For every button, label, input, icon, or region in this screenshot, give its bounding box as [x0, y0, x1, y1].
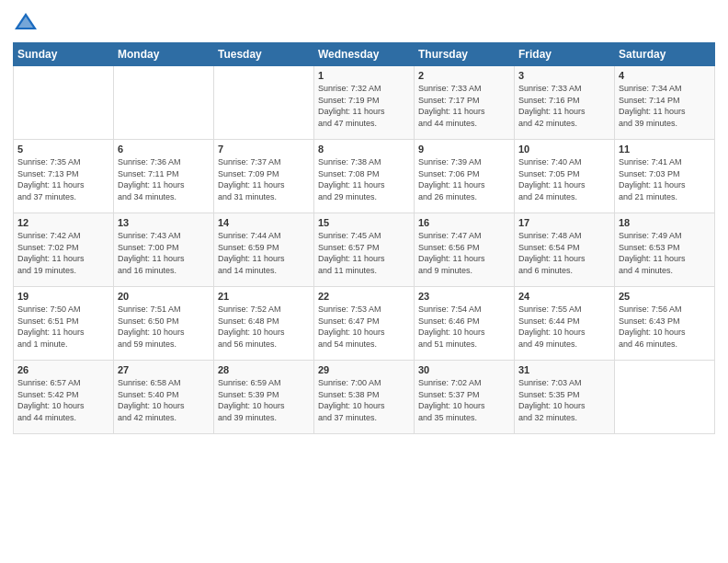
day-info: Sunrise: 7:36 AM Sunset: 7:11 PM Dayligh… [118, 156, 210, 202]
day-number: 26 [17, 364, 109, 375]
day-cell: 9Sunrise: 7:39 AM Sunset: 7:06 PM Daylig… [415, 140, 515, 213]
day-number: 10 [518, 144, 610, 155]
day-info: Sunrise: 7:43 AM Sunset: 7:00 PM Dayligh… [118, 230, 210, 276]
day-cell: 18Sunrise: 7:49 AM Sunset: 6:53 PM Dayli… [615, 213, 715, 287]
day-cell: 27Sunrise: 6:58 AM Sunset: 5:40 PM Dayli… [114, 361, 214, 434]
day-info: Sunrise: 7:54 AM Sunset: 6:46 PM Dayligh… [418, 304, 510, 350]
day-number: 3 [518, 70, 610, 81]
day-cell: 17Sunrise: 7:48 AM Sunset: 6:54 PM Dayli… [515, 213, 615, 287]
day-number: 20 [118, 291, 210, 302]
day-cell: 23Sunrise: 7:54 AM Sunset: 6:46 PM Dayli… [415, 287, 515, 361]
day-cell: 21Sunrise: 7:52 AM Sunset: 6:48 PM Dayli… [214, 287, 314, 361]
day-info: Sunrise: 7:38 AM Sunset: 7:08 PM Dayligh… [318, 156, 410, 202]
day-info: Sunrise: 7:00 AM Sunset: 5:38 PM Dayligh… [318, 377, 410, 423]
weekday-wednesday: Wednesday [314, 43, 415, 66]
week-row-4: 26Sunrise: 6:57 AM Sunset: 5:42 PM Dayli… [14, 361, 715, 434]
day-number: 30 [418, 364, 510, 375]
day-cell: 28Sunrise: 6:59 AM Sunset: 5:39 PM Dayli… [214, 361, 314, 434]
day-info: Sunrise: 7:49 AM Sunset: 6:53 PM Dayligh… [619, 230, 711, 276]
day-number: 27 [118, 364, 210, 375]
day-number: 5 [17, 144, 109, 155]
week-row-1: 5Sunrise: 7:35 AM Sunset: 7:13 PM Daylig… [14, 140, 715, 213]
day-cell: 2Sunrise: 7:33 AM Sunset: 7:17 PM Daylig… [415, 66, 515, 140]
weekday-friday: Friday [515, 43, 615, 66]
day-info: Sunrise: 7:33 AM Sunset: 7:17 PM Dayligh… [418, 83, 510, 129]
day-number: 21 [218, 291, 310, 302]
day-cell: 10Sunrise: 7:40 AM Sunset: 7:05 PM Dayli… [515, 140, 615, 213]
day-cell: 24Sunrise: 7:55 AM Sunset: 6:44 PM Dayli… [515, 287, 615, 361]
day-cell: 6Sunrise: 7:36 AM Sunset: 7:11 PM Daylig… [114, 140, 214, 213]
day-number: 18 [619, 217, 711, 228]
day-cell: 19Sunrise: 7:50 AM Sunset: 6:51 PM Dayli… [14, 287, 114, 361]
day-number: 22 [318, 291, 410, 302]
logo [13, 9, 42, 35]
day-number: 2 [418, 70, 510, 81]
day-info: Sunrise: 7:40 AM Sunset: 7:05 PM Dayligh… [518, 156, 610, 202]
day-cell: 20Sunrise: 7:51 AM Sunset: 6:50 PM Dayli… [114, 287, 214, 361]
day-number: 17 [518, 217, 610, 228]
day-number: 8 [318, 144, 410, 155]
day-info: Sunrise: 7:37 AM Sunset: 7:09 PM Dayligh… [218, 156, 310, 202]
day-info: Sunrise: 7:56 AM Sunset: 6:43 PM Dayligh… [619, 304, 711, 350]
day-info: Sunrise: 7:52 AM Sunset: 6:48 PM Dayligh… [218, 304, 310, 350]
weekday-sunday: Sunday [14, 43, 114, 66]
calendar-body: 1Sunrise: 7:32 AM Sunset: 7:19 PM Daylig… [14, 66, 715, 434]
day-cell: 11Sunrise: 7:41 AM Sunset: 7:03 PM Dayli… [615, 140, 715, 213]
day-number: 7 [218, 144, 310, 155]
day-number: 15 [318, 217, 410, 228]
day-number: 19 [17, 291, 109, 302]
day-number: 6 [118, 144, 210, 155]
day-cell: 30Sunrise: 7:02 AM Sunset: 5:37 PM Dayli… [415, 361, 515, 434]
logo-icon [13, 9, 39, 35]
day-cell: 29Sunrise: 7:00 AM Sunset: 5:38 PM Dayli… [314, 361, 415, 434]
day-cell [214, 66, 314, 140]
day-number: 11 [619, 144, 711, 155]
day-info: Sunrise: 7:55 AM Sunset: 6:44 PM Dayligh… [518, 304, 610, 350]
day-cell: 4Sunrise: 7:34 AM Sunset: 7:14 PM Daylig… [615, 66, 715, 140]
day-info: Sunrise: 7:33 AM Sunset: 7:16 PM Dayligh… [518, 83, 610, 129]
day-info: Sunrise: 7:32 AM Sunset: 7:19 PM Dayligh… [318, 83, 410, 129]
day-info: Sunrise: 7:53 AM Sunset: 6:47 PM Dayligh… [318, 304, 410, 350]
day-cell: 1Sunrise: 7:32 AM Sunset: 7:19 PM Daylig… [314, 66, 415, 140]
day-number: 24 [518, 291, 610, 302]
day-info: Sunrise: 7:45 AM Sunset: 6:57 PM Dayligh… [318, 230, 410, 276]
day-number: 12 [17, 217, 109, 228]
day-cell: 26Sunrise: 6:57 AM Sunset: 5:42 PM Dayli… [14, 361, 114, 434]
day-cell: 13Sunrise: 7:43 AM Sunset: 7:00 PM Dayli… [114, 213, 214, 287]
week-row-3: 19Sunrise: 7:50 AM Sunset: 6:51 PM Dayli… [14, 287, 715, 361]
day-number: 1 [318, 70, 410, 81]
day-cell: 14Sunrise: 7:44 AM Sunset: 6:59 PM Dayli… [214, 213, 314, 287]
day-number: 9 [418, 144, 510, 155]
day-cell: 8Sunrise: 7:38 AM Sunset: 7:08 PM Daylig… [314, 140, 415, 213]
day-info: Sunrise: 6:59 AM Sunset: 5:39 PM Dayligh… [218, 377, 310, 423]
day-info: Sunrise: 7:51 AM Sunset: 6:50 PM Dayligh… [118, 304, 210, 350]
day-info: Sunrise: 6:57 AM Sunset: 5:42 PM Dayligh… [17, 377, 109, 423]
day-cell [114, 66, 214, 140]
day-info: Sunrise: 7:50 AM Sunset: 6:51 PM Dayligh… [17, 304, 109, 350]
day-cell: 16Sunrise: 7:47 AM Sunset: 6:56 PM Dayli… [415, 213, 515, 287]
day-cell: 7Sunrise: 7:37 AM Sunset: 7:09 PM Daylig… [214, 140, 314, 213]
day-cell: 15Sunrise: 7:45 AM Sunset: 6:57 PM Dayli… [314, 213, 415, 287]
day-info: Sunrise: 7:47 AM Sunset: 6:56 PM Dayligh… [418, 230, 510, 276]
day-info: Sunrise: 6:58 AM Sunset: 5:40 PM Dayligh… [118, 377, 210, 423]
page: SundayMondayTuesdayWednesdayThursdayFrid… [0, 0, 728, 563]
day-cell: 22Sunrise: 7:53 AM Sunset: 6:47 PM Dayli… [314, 287, 415, 361]
day-info: Sunrise: 7:35 AM Sunset: 7:13 PM Dayligh… [17, 156, 109, 202]
day-info: Sunrise: 7:34 AM Sunset: 7:14 PM Dayligh… [619, 83, 711, 129]
day-number: 31 [518, 364, 610, 375]
weekday-thursday: Thursday [415, 43, 515, 66]
day-number: 25 [619, 291, 711, 302]
weekday-saturday: Saturday [615, 43, 715, 66]
day-cell: 25Sunrise: 7:56 AM Sunset: 6:43 PM Dayli… [615, 287, 715, 361]
header [13, 9, 715, 35]
day-number: 28 [218, 364, 310, 375]
day-number: 14 [218, 217, 310, 228]
day-info: Sunrise: 7:39 AM Sunset: 7:06 PM Dayligh… [418, 156, 510, 202]
day-info: Sunrise: 7:02 AM Sunset: 5:37 PM Dayligh… [418, 377, 510, 423]
calendar-table: SundayMondayTuesdayWednesdayThursdayFrid… [13, 42, 715, 434]
day-cell [14, 66, 114, 140]
calendar-header: SundayMondayTuesdayWednesdayThursdayFrid… [14, 43, 715, 66]
weekday-tuesday: Tuesday [214, 43, 314, 66]
day-info: Sunrise: 7:41 AM Sunset: 7:03 PM Dayligh… [619, 156, 711, 202]
weekday-row: SundayMondayTuesdayWednesdayThursdayFrid… [14, 43, 715, 66]
